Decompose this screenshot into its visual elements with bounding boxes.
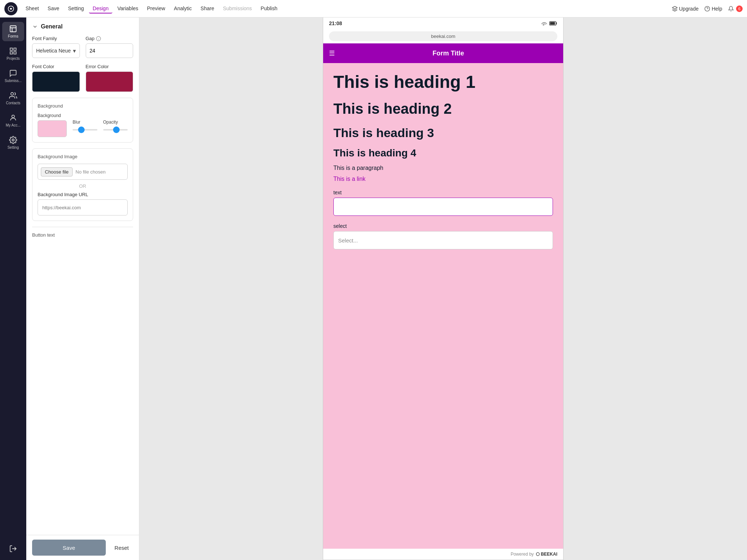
svg-point-7 [11,93,13,95]
url-label: Background Image URL [38,192,128,197]
reset-button[interactable]: Reset [110,540,133,556]
nav-submissions: Submissions [219,4,255,13]
panel-scroll: General Font Family Helvetica Neue Arial… [26,18,139,535]
font-family-select-wrapper[interactable]: Helvetica Neue Arial Times New Roman ▾ [32,43,80,58]
svg-rect-3 [10,48,12,50]
gap-field: Gap 24 [86,36,133,58]
bg-color-swatch[interactable] [38,120,67,137]
select-field[interactable]: Select... [333,231,553,249]
or-divider: OR [38,183,128,189]
save-button[interactable]: Save [32,540,106,556]
form-link[interactable]: This is a link [333,176,553,182]
font-family-select[interactable]: Helvetica Neue Arial Times New Roman [36,48,76,54]
address-bar[interactable]: beekai.com [329,31,557,41]
form-heading-2: This is heading 2 [333,101,553,117]
gap-input[interactable]: 24 [86,43,133,58]
general-title: General [41,23,63,30]
blur-slider-wrapper [73,129,97,131]
sidebar-item-setting[interactable]: Setting [2,133,24,152]
svg-rect-6 [14,52,16,54]
nav-setting[interactable]: Setting [65,4,88,13]
nav-save[interactable]: Save [44,4,63,13]
sidebar-submissions-label: Submiss... [5,79,22,83]
svg-point-8 [12,115,14,118]
choose-file-button[interactable]: Choose file [41,167,73,176]
background-section-title: Background [38,103,128,109]
font-color-field: Font Color [32,64,80,92]
hamburger-icon[interactable]: ☰ [329,49,335,57]
top-nav: Sheet Save Setting Design Variables Prev… [0,0,747,18]
upgrade-button[interactable]: Upgrade [672,6,699,12]
gap-label: Gap [86,36,133,41]
chevron-down-icon[interactable] [32,24,38,30]
blur-label: Blur [73,120,97,125]
font-color-label: Font Color [32,64,80,69]
sidebar-item-my-account[interactable]: My Acc... [2,111,24,130]
wifi-icon [541,21,547,26]
svg-rect-14 [550,22,555,24]
sidebar-item-logout[interactable] [2,542,24,556]
powered-by-text: Powered by [511,552,534,557]
phone-icons [541,21,557,26]
form-heading-3: This is heading 3 [333,126,553,140]
form-title: Form Title [339,50,557,57]
background-controls: Background Blur Opacity [38,113,128,137]
sidebar-item-forms[interactable]: Forms [2,22,24,41]
nav-publish[interactable]: Publish [257,4,281,13]
svg-point-9 [12,139,14,141]
general-section-header: General [32,23,133,30]
sidebar-setting-label: Setting [7,145,19,149]
form-heading-4: This is heading 4 [333,147,553,159]
nav-design[interactable]: Design [89,4,112,13]
form-header: ☰ Form Title [323,43,563,63]
app-logo[interactable] [4,2,18,15]
opacity-slider[interactable] [103,129,128,131]
nav-share[interactable]: Share [197,4,218,13]
font-family-label: Font Family [32,36,80,41]
help-button[interactable]: Help [704,6,722,12]
background-url-input[interactable] [38,199,128,215]
bg-color-col: Background [38,113,67,137]
form-body: This is heading 1 This is heading 2 This… [323,63,563,549]
sidebar-item-projects[interactable]: Projects [2,44,24,63]
sidebar-projects-label: Projects [7,57,20,61]
beekai-logo: ⬡ BEEKAI [536,552,557,557]
nav-analytic[interactable]: Analytic [170,4,196,13]
bg-label: Background [38,113,67,118]
opacity-label: Opacity [103,120,128,125]
button-text-title: Button text [32,232,133,238]
form-heading-1: This is heading 1 [333,72,553,92]
color-row: Font Color Error Color [32,64,133,92]
sidebar-contacts-label: Contacts [6,101,20,105]
opacity-slider-wrapper [103,129,128,131]
design-panel: General Font Family Helvetica Neue Arial… [26,18,139,560]
text-field-input[interactable] [333,198,553,216]
nav-variables[interactable]: Variables [114,4,142,13]
left-sidebar: Forms Projects Submiss... Contacts My Ac… [0,18,26,560]
sidebar-item-submissions[interactable]: Submiss... [2,66,24,86]
error-color-label: Error Color [86,64,133,69]
sidebar-item-contacts[interactable]: Contacts [2,89,24,108]
error-color-field: Error Color [86,64,133,92]
select-field-label: select [333,223,553,229]
font-gap-row: Font Family Helvetica Neue Arial Times N… [32,36,133,58]
nav-preview[interactable]: Preview [143,4,169,13]
notification-button[interactable]: 6 [728,5,743,12]
powered-by-bar: Powered by ⬡ BEEKAI [323,549,563,560]
background-section: Background Background Blur Opacity [32,98,133,143]
file-input-wrapper: Choose file No file chosen [38,164,128,180]
form-paragraph: This is a paragraph [333,165,553,171]
font-color-swatch[interactable] [32,71,80,92]
text-field-label: text [333,190,553,195]
error-color-swatch[interactable] [86,71,133,92]
opacity-col: Opacity [103,120,128,131]
phone-status-bar: 21:08 [323,18,563,29]
info-icon [96,36,101,41]
nav-sheet[interactable]: Sheet [22,4,43,13]
preview-area: 21:08 beekai.com ☰ Form Title This is he… [139,18,747,560]
background-image-title: Background Image [38,154,128,159]
blur-slider[interactable] [73,129,97,131]
phone-frame: 21:08 beekai.com ☰ Form Title This is he… [323,18,564,560]
notification-count: 6 [736,5,743,12]
button-text-section: Button text [32,227,133,238]
